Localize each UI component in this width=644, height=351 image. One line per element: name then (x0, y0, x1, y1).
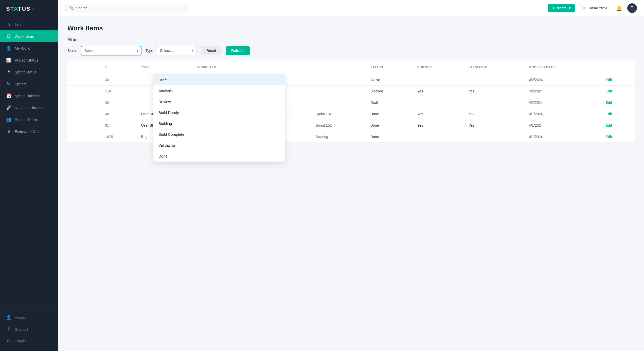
table-row: 118 Blocked Yes Yes 4/2/2024 Edit (67, 86, 635, 97)
cell-sprint (311, 97, 366, 108)
sidebar-item-support[interactable]: ? Support (0, 323, 58, 335)
cell-id: 48 (101, 108, 137, 120)
edit-link[interactable]: Edit (605, 89, 612, 93)
edit-link[interactable]: Edit (605, 135, 612, 139)
cell-sprint (311, 74, 366, 86)
page-title: Work Items (67, 24, 635, 32)
cell-edit[interactable]: Edit (601, 97, 635, 108)
col-add: + (67, 61, 101, 74)
cell-validator: Yes (464, 108, 525, 120)
sidebar-bottom: 👤 Account ? Support ⚙ Logout (0, 308, 58, 351)
sidebar-item-estimated-cost[interactable]: $ Estimated Cost (0, 126, 58, 137)
create-label: + Create (552, 6, 567, 10)
col-builder: BUILDER (413, 61, 464, 74)
filter-section: Filter Status ▾ Type Select... ▾ (67, 37, 635, 55)
status-option-draft[interactable]: Draft (153, 74, 285, 85)
avatar[interactable]: T (627, 3, 637, 13)
cell-id: 34 (101, 74, 137, 86)
status-option-building[interactable]: Building (153, 118, 285, 129)
table-row: 1075 Bug Customer Count is Incorrect Bac… (67, 131, 635, 143)
search-box[interactable]: 🔍 (65, 4, 187, 12)
table-row: 81 User Story Resolve Bug View Sprint 10… (67, 120, 635, 131)
status-option-build-ready[interactable]: Build Ready (153, 107, 285, 118)
topbar-right: + Create ▾ ⊞ Karsar 2024 🔔 T (548, 3, 637, 13)
sidebar-item-release-planning[interactable]: 🚀 Release Planning (0, 102, 58, 114)
cell-date: 4/2/2024 (525, 74, 601, 86)
cell-validator: Yes (464, 86, 525, 97)
cell-empty (67, 86, 101, 97)
sidebar-item-account[interactable]: 👤 Account (0, 311, 58, 323)
table-header-row: + # TYPE WORK ITEM STATUS BUILDER VALIDA… (67, 61, 635, 74)
col-actions (601, 61, 635, 74)
status-option-analysis[interactable]: Analysis (153, 85, 285, 96)
search-input[interactable] (76, 6, 183, 10)
reset-button[interactable]: Reset (201, 46, 222, 55)
cell-validator (464, 74, 525, 86)
edit-link[interactable]: Edit (605, 101, 612, 105)
add-row-button[interactable]: + (71, 64, 78, 71)
cell-status: Draft (366, 97, 413, 108)
table-section: + # TYPE WORK ITEM STATUS BUILDER VALIDA… (67, 61, 635, 142)
table-row: 48 User Story Invoice Page Sprint 102 Do… (67, 108, 635, 120)
logo: STATUS ✓ (0, 0, 58, 17)
cell-empty (67, 120, 101, 131)
sidebar-item-work-items[interactable]: ☑ Work Items (0, 30, 58, 42)
type-select[interactable]: Select... (156, 46, 197, 55)
main-area: 🔍 + Create ▾ ⊞ Karsar 2024 🔔 T Work Item… (58, 0, 644, 351)
col-workitem: WORK ITEM (193, 61, 311, 74)
filter-row: Status ▾ Type Select... ▾ Reset (67, 46, 635, 55)
sidebar-nav: ⌂ Projects ☑ Work Items 👤 My Work 📊 Proj… (0, 17, 58, 308)
workspace-selector[interactable]: ⊞ Karsar 2024 (579, 4, 611, 12)
cell-date: 4/2/2024 (525, 86, 601, 97)
type-filter-field: Type Select... ▾ (146, 46, 197, 55)
sidebar-item-project-team[interactable]: 👥 Project Team (0, 114, 58, 126)
cell-edit[interactable]: Edit (601, 120, 635, 131)
calendar-icon: 📅 (6, 93, 11, 99)
table-row: 34 Active 4/2/2024 Edit (67, 74, 635, 86)
status-option-done[interactable]: Done (153, 151, 285, 162)
cell-sprint: Backlog (311, 131, 366, 143)
sidebar-item-project-status[interactable]: 📊 Project Status (0, 54, 58, 66)
edit-link[interactable]: Edit (605, 112, 612, 116)
sidebar-item-label: Sprints (15, 82, 27, 86)
edit-link[interactable]: Edit (605, 123, 612, 127)
sidebar-item-sprints[interactable]: ↻ Sprints (0, 78, 58, 90)
cell-builder (413, 74, 464, 86)
type-select-wrapper: Select... ▾ (156, 46, 197, 55)
status-label: Status (67, 49, 78, 53)
status-select-wrapper: ▾ (81, 46, 141, 55)
sidebar-item-sprint-status[interactable]: ⚑ Sprint Status (0, 66, 58, 78)
cell-sprint: Sprint 102 (311, 120, 366, 131)
cell-edit[interactable]: Edit (601, 74, 635, 86)
sidebar-item-my-work[interactable]: 👤 My Work (0, 42, 58, 54)
notifications-button[interactable]: 🔔 (615, 4, 623, 12)
cell-edit[interactable]: Edit (601, 131, 635, 143)
refresh-button[interactable]: Refresh (226, 46, 250, 55)
cell-id: 118 (101, 86, 137, 97)
edit-link[interactable]: Edit (605, 78, 612, 82)
status-select[interactable] (81, 46, 141, 55)
cell-edit[interactable]: Edit (601, 86, 635, 97)
search-icon: 🔍 (69, 6, 74, 10)
sidebar-item-label: Account (15, 315, 28, 320)
sidebar-item-projects[interactable]: ⌂ Projects (0, 19, 58, 30)
status-option-build-complete[interactable]: Build Complete (153, 129, 285, 140)
cell-validator (464, 97, 525, 108)
sidebar-item-label: Sprint Status (15, 70, 37, 74)
cell-sprint (311, 86, 366, 97)
cell-builder (413, 97, 464, 108)
sidebar-item-label: My Work (15, 46, 30, 50)
col-hash: # (101, 61, 137, 74)
sidebar-item-logout[interactable]: ⚙ Logout (0, 335, 58, 347)
sidebar-item-sprint-planning[interactable]: 📅 Sprint Planning (0, 90, 58, 102)
status-option-review[interactable]: Review (153, 96, 285, 107)
workspace-label: Karsar 2024 (588, 6, 607, 10)
person-icon: 👤 (6, 46, 11, 51)
flag-icon: ⚑ (6, 69, 11, 75)
status-option-validating[interactable]: Validating (153, 140, 285, 151)
cell-edit[interactable]: Edit (601, 108, 635, 120)
filter-heading: Filter (67, 37, 635, 42)
create-button[interactable]: + Create ▾ (548, 4, 575, 12)
type-label: Type (146, 49, 153, 53)
sidebar-item-label: Support (15, 327, 28, 331)
